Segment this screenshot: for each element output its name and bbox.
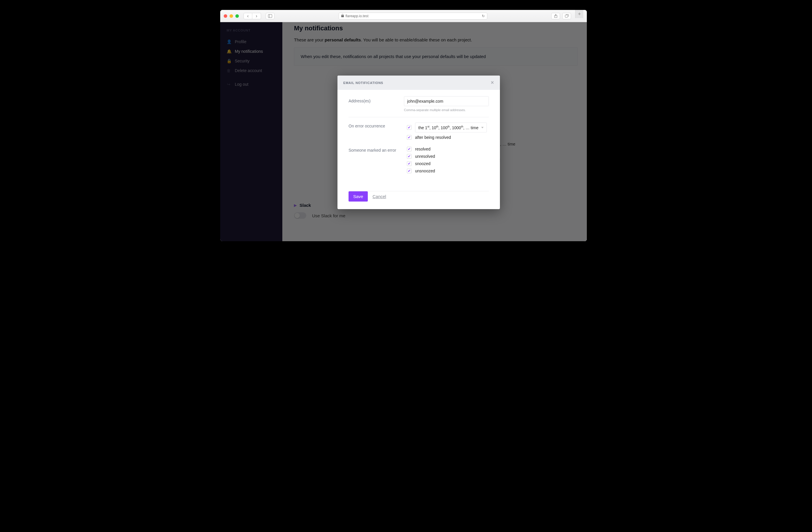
addresses-label: Address(es): [349, 96, 404, 103]
marked-option-label: unsnoozed: [415, 169, 435, 173]
tabs-button[interactable]: [562, 13, 571, 19]
occurrence-after-resolved-checkbox[interactable]: ✔: [407, 135, 411, 140]
modal-title: EMAIL NOTIFICATIONS: [343, 81, 383, 85]
url-bar[interactable]: flareapp.io.test ↻: [339, 13, 488, 19]
nav-forward-button[interactable]: ›: [252, 13, 261, 19]
share-button[interactable]: [551, 13, 560, 19]
cancel-link[interactable]: Cancel: [373, 194, 386, 199]
marked-resolved-checkbox[interactable]: ✔: [407, 147, 411, 152]
marked-snoozed-checkbox[interactable]: ✔: [407, 161, 411, 166]
reload-icon[interactable]: ↻: [482, 14, 485, 18]
modal-close-button[interactable]: ×: [491, 80, 494, 86]
close-window-button[interactable]: [224, 14, 227, 18]
url-text: flareapp.io.test: [346, 14, 369, 18]
addresses-input[interactable]: [404, 96, 489, 106]
browser-window: ‹ › flareapp.io.test ↻ +: [220, 10, 587, 241]
occurrence-after-resolved-label: after being resolved: [415, 135, 451, 140]
marked-option-label: snoozed: [415, 161, 431, 166]
occurrence-label: On error occurrence: [349, 123, 407, 128]
marked-option-label: resolved: [415, 147, 431, 152]
marked-unresolved-checkbox[interactable]: ✔: [407, 154, 411, 159]
occurrence-times-checkbox[interactable]: ✔: [407, 125, 411, 130]
marked-label: Someone marked an error: [349, 147, 407, 153]
svg-rect-0: [268, 14, 272, 17]
sidebar-toggle-button[interactable]: [266, 13, 274, 19]
minimize-window-button[interactable]: [230, 14, 233, 18]
fullscreen-window-button[interactable]: [235, 14, 239, 18]
occurrence-times-select[interactable]: the 1st, 10th, 100th, 1000th, … time: [415, 123, 487, 132]
new-tab-button[interactable]: +: [575, 10, 583, 18]
window-controls: [224, 14, 239, 18]
lock-icon: [341, 14, 344, 18]
browser-titlebar: ‹ › flareapp.io.test ↻ +: [220, 10, 587, 22]
marked-unsnoozed-checkbox[interactable]: ✔: [407, 169, 411, 173]
modal-header: EMAIL NOTIFICATIONS ×: [337, 75, 500, 90]
marked-option-label: unresolved: [415, 154, 435, 159]
nav-back-button[interactable]: ‹: [244, 13, 252, 19]
save-button[interactable]: Save: [349, 191, 368, 202]
email-notifications-modal: EMAIL NOTIFICATIONS × Address(es) Comma-…: [337, 75, 500, 209]
svg-rect-3: [565, 15, 568, 17]
addresses-help-text: Comma-separate multiple email addresses.: [404, 108, 489, 112]
